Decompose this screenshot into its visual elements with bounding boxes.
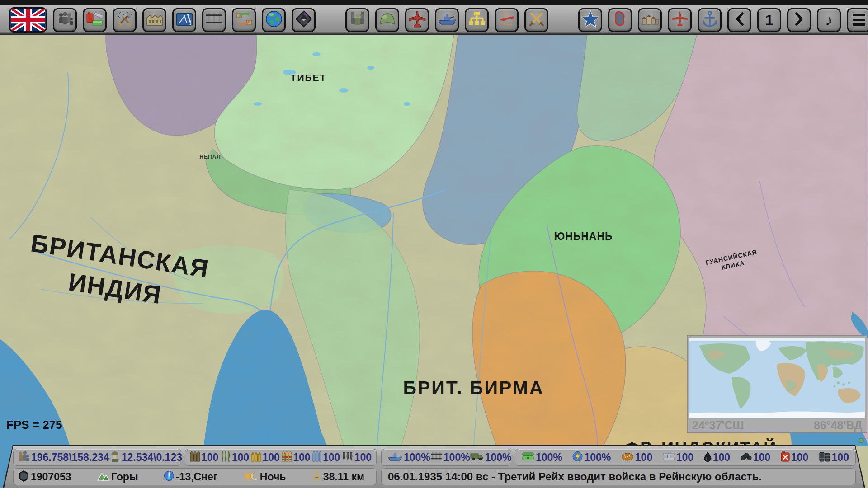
status-bar: 196.758\158.234 12.534\0.123: [3, 445, 865, 488]
res-coal-value: 100: [753, 451, 770, 464]
naval-units-button[interactable]: [698, 8, 722, 32]
ammo-mortar: 100: [221, 451, 249, 464]
terrain-value: Горы: [111, 471, 138, 483]
construction-button[interactable]: [113, 8, 137, 32]
longitude-readout: 86°48'ВД: [814, 418, 862, 432]
panel-demographics: 196.758\158.234 12.534\0.123: [13, 449, 181, 466]
distance-readout: 38.11 км: [311, 470, 364, 483]
ammo-rifle-value: 100: [262, 451, 279, 464]
transport-sea-value: 100%: [404, 451, 430, 464]
daytime-value: Ночь: [260, 471, 286, 483]
map-label-brit-burma: БРИТ. БИРМА: [391, 376, 556, 400]
ammo-rifle: 100: [251, 451, 279, 464]
page-next-button[interactable]: [787, 8, 811, 32]
music-button[interactable]: ♪: [817, 8, 841, 32]
top-toolbar: 1 ♪: [0, 0, 868, 35]
unit-movement-button[interactable]: [495, 8, 519, 32]
thermometer-icon: [164, 470, 175, 483]
news-ticker: 06.01.1935 14:00 вс - Третий Рейх вводит…: [388, 470, 762, 483]
population-button[interactable]: [53, 8, 77, 32]
panel-news: 06.01.1935 14:00 вс - Третий Рейх вводит…: [381, 468, 856, 485]
factory-icon: [146, 11, 164, 28]
org-chart-button[interactable]: [465, 8, 489, 32]
cities-mode-button[interactable]: [638, 8, 662, 32]
air-units-button[interactable]: [668, 8, 692, 32]
civilians-icon: [17, 450, 30, 464]
compass-divider-icon: [311, 470, 322, 483]
res-steel: 100: [663, 451, 693, 464]
trade-button[interactable]: [232, 8, 256, 32]
terrain-readout: Горы: [97, 471, 138, 483]
intelligence-button[interactable]: [292, 8, 316, 32]
trade-icon: [236, 11, 253, 29]
design-bureau-button[interactable]: [172, 8, 196, 32]
mountain-icon: [97, 471, 110, 483]
bread-icon: [621, 452, 634, 463]
page-number-button[interactable]: 1: [757, 8, 781, 32]
ammo-cannon: 100: [282, 451, 310, 464]
country-flag-button[interactable]: [9, 7, 47, 33]
rifle-rounds-icon: [251, 451, 261, 464]
res-money-value: 100%: [536, 451, 562, 464]
movement-arrows-icon: [498, 12, 516, 28]
ammo-naval-value: 100: [323, 451, 340, 464]
city-icon: [641, 11, 659, 28]
daytime-readout: Ночь: [243, 471, 286, 483]
population-readout: 196.758\158.234: [17, 450, 109, 464]
music-note-icon: ♪: [825, 13, 833, 28]
res-steel-value: 100: [676, 451, 693, 464]
transport-sea: 100%: [388, 451, 430, 464]
soldier-icon: [109, 451, 120, 464]
artillery-shells-icon: [190, 451, 200, 464]
menu-button[interactable]: [847, 8, 868, 32]
page-number-value: 1: [765, 13, 773, 28]
province-id-readout: 1907053: [18, 470, 71, 483]
rail-icon: [430, 451, 442, 463]
minimap-world[interactable]: [689, 338, 865, 418]
mortar-bombs-icon: [221, 451, 231, 464]
air-forces-button[interactable]: [405, 8, 429, 32]
transport-road: 100%: [470, 451, 512, 464]
transport-rail: 100%: [430, 451, 470, 464]
minimap-coordinates: 24°37'СШ 86°48'ВД: [688, 418, 867, 432]
high-command-button[interactable]: [345, 8, 369, 32]
naval-forces-button[interactable]: [435, 8, 459, 32]
truck-icon: [470, 452, 484, 463]
transport-rail-value: 100%: [443, 451, 470, 464]
org-chart-icon: [468, 11, 486, 29]
oil-drop-icon: [704, 451, 712, 464]
res-fuel-value: 100: [791, 451, 808, 464]
game-screen: ТИБЕТ НЕПАЛ БРИТАНСКАЯ ИНДИЯ ЮНЬНАНЬ ГУА…: [0, 0, 868, 488]
crossed-swords-icon: [528, 10, 545, 29]
diplomacy-button[interactable]: [262, 8, 286, 32]
province-mode-button[interactable]: [608, 8, 632, 32]
coal-icon: [741, 452, 752, 463]
map-label-yunnan: ЮНЬНАНЬ: [544, 230, 623, 244]
res-fuel: 100: [781, 451, 808, 464]
battles-button[interactable]: [524, 8, 548, 32]
shovels-icon: [116, 10, 133, 29]
lightning-icon: [572, 451, 583, 464]
resources-button[interactable]: [83, 8, 107, 32]
population-icon: [57, 11, 74, 28]
barrels-icon: [819, 451, 830, 464]
res-food: 100: [621, 451, 652, 464]
railways-button[interactable]: [202, 8, 226, 32]
page-prev-button[interactable]: [727, 8, 751, 32]
res-oil: 100: [704, 451, 730, 464]
toolbar-buttons-row: 1 ♪: [9, 7, 868, 33]
panel-economy: 100% 100% 100: [515, 449, 856, 466]
elite-units-button[interactable]: [578, 8, 602, 32]
minimap[interactable]: 24°37'СШ 86°48'ВД: [687, 335, 867, 433]
ammo-naval: 100: [312, 451, 340, 464]
plane-icon: [671, 11, 689, 28]
resources-icon: [86, 11, 104, 29]
land-forces-button[interactable]: [375, 8, 399, 32]
bomber-icon: [408, 10, 426, 29]
ammo-artillery-value: 100: [201, 451, 218, 464]
industry-button[interactable]: [142, 8, 166, 32]
latitude-readout: 24°37'СШ: [692, 418, 744, 432]
ammo-bombs: 100: [342, 451, 372, 464]
sun-moon-icon: [243, 471, 259, 483]
province-icon: [612, 10, 629, 29]
